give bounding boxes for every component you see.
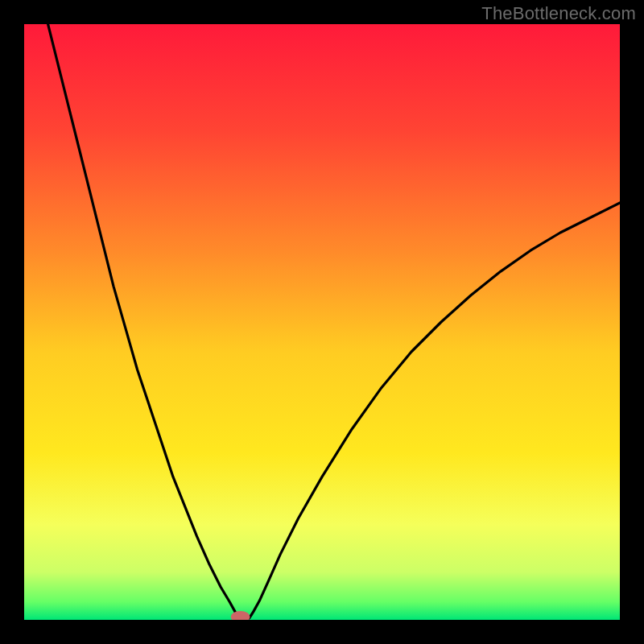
watermark-text: TheBottleneck.com <box>481 3 636 24</box>
gradient-background <box>24 24 620 620</box>
bottleneck-chart <box>24 24 620 620</box>
chart-frame: TheBottleneck.com <box>0 0 644 644</box>
plot-area <box>24 24 620 620</box>
